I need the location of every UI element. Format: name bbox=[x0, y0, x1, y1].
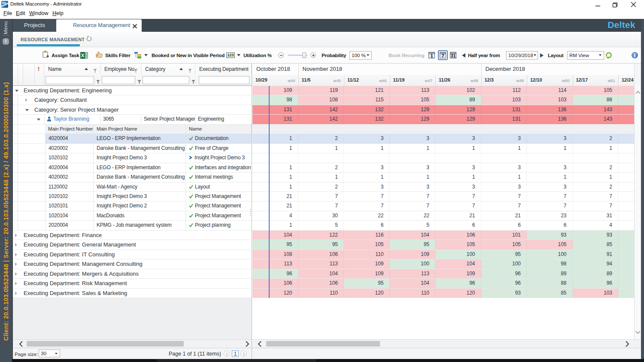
utilization-cell[interactable] bbox=[344, 153, 390, 162]
utilization-cell[interactable]: 129 bbox=[435, 115, 481, 124]
utilization-cell[interactable]: 22 bbox=[344, 211, 390, 220]
utilization-cell[interactable]: 109 bbox=[344, 269, 390, 278]
filter-funnel-icon[interactable] bbox=[191, 78, 195, 82]
menu-window[interactable]: Window bbox=[29, 10, 48, 16]
filter-input-executing-department[interactable] bbox=[199, 76, 249, 84]
utilization-cell[interactable]: 136 bbox=[527, 105, 573, 114]
utilization-cell[interactable]: 6 bbox=[435, 221, 481, 230]
week-header[interactable]: 12/3w49 bbox=[481, 75, 527, 86]
utilization-cell[interactable]: 86 bbox=[573, 95, 619, 104]
utilization-cell[interactable]: 104 bbox=[390, 279, 436, 288]
utilization-cell[interactable]: 113 bbox=[390, 269, 436, 278]
filter-input-category[interactable] bbox=[143, 76, 189, 84]
utilization-cell[interactable]: 120 bbox=[252, 289, 298, 298]
scroll-up-icon[interactable] bbox=[635, 91, 641, 94]
utilization-cell[interactable]: 104 bbox=[435, 259, 481, 268]
utilization-cell[interactable]: 22 bbox=[390, 211, 436, 220]
week-header[interactable]: 10/29w44 bbox=[252, 75, 298, 86]
hscroll-left-arrow-icon[interactable] bbox=[19, 341, 26, 347]
utilization-cell[interactable] bbox=[573, 125, 619, 134]
utilization-cell[interactable]: 23 bbox=[527, 211, 573, 220]
week-header[interactable]: 11/26w48 bbox=[435, 75, 481, 86]
utilization-cell[interactable]: 1 bbox=[481, 144, 527, 153]
utilization-cell[interactable] bbox=[435, 153, 481, 162]
utilization-cell[interactable]: 116 bbox=[344, 231, 390, 240]
utilization-cell[interactable]: 93 bbox=[573, 231, 619, 240]
utilization-cell[interactable] bbox=[618, 279, 634, 288]
utilization-cell[interactable]: 100 bbox=[481, 259, 527, 268]
utilization-cell[interactable]: 3 bbox=[344, 183, 390, 192]
utilization-cell[interactable]: 21 bbox=[481, 211, 527, 220]
left-hscrollbar[interactable] bbox=[13, 339, 252, 348]
utilization-cell[interactable]: 3 bbox=[527, 134, 573, 143]
utilization-cell[interactable]: 129 bbox=[390, 115, 436, 124]
group-row-department[interactable]: Executing Department: Risk Management bbox=[13, 279, 252, 288]
utilization-cell[interactable] bbox=[618, 192, 634, 201]
utilization-cell[interactable] bbox=[298, 153, 344, 162]
utilization-slider[interactable] bbox=[288, 47, 307, 63]
week-header[interactable]: 12/17w51 bbox=[573, 75, 619, 86]
person-row[interactable]: Taylor Branning3065Senior Project Manage… bbox=[13, 115, 252, 124]
utilization-cell[interactable]: 95 bbox=[390, 240, 436, 249]
utilization-cell[interactable]: 101 bbox=[481, 231, 527, 240]
utilization-cell[interactable]: 100 bbox=[527, 250, 573, 259]
utilization-cell[interactable]: 1 bbox=[481, 173, 527, 182]
utilization-cell[interactable] bbox=[481, 153, 527, 162]
utilization-cell[interactable]: 1 bbox=[435, 144, 481, 153]
utilization-cell[interactable]: 2 bbox=[573, 183, 619, 192]
utilization-cell[interactable]: 131 bbox=[252, 105, 298, 114]
utilization-cell[interactable] bbox=[344, 125, 390, 134]
utilization-cell[interactable] bbox=[618, 183, 634, 192]
zoom-out-icon[interactable] bbox=[278, 47, 284, 63]
utilization-cell[interactable]: 113 bbox=[390, 86, 436, 95]
utilization-cell[interactable]: 94 bbox=[573, 259, 619, 268]
utilization-cell[interactable]: 21 bbox=[252, 201, 298, 210]
project-task-row[interactable]: 1020104MacDonaldsProject Management bbox=[13, 211, 252, 221]
expand-icon[interactable] bbox=[15, 234, 17, 237]
utilization-cell[interactable] bbox=[481, 125, 527, 134]
zoom-in-icon[interactable] bbox=[310, 47, 316, 63]
utilization-cell[interactable]: 1 bbox=[252, 144, 298, 153]
utilization-cell[interactable]: 3 bbox=[435, 183, 481, 192]
week-header[interactable]: 11/12w46 bbox=[344, 75, 390, 86]
utilization-cell[interactable] bbox=[618, 86, 634, 95]
utilization-cell[interactable]: 142 bbox=[298, 105, 344, 114]
utilization-cell[interactable]: 103 bbox=[573, 289, 619, 298]
utilization-cell[interactable]: 105 bbox=[527, 240, 573, 249]
utilization-cell[interactable]: 7 bbox=[481, 201, 527, 210]
utilization-cell[interactable]: 93 bbox=[481, 289, 527, 298]
group-row-department[interactable]: Executing Department: Finance bbox=[13, 231, 252, 240]
project-task-row[interactable]: 2020004KPMG - Job management systemProje… bbox=[13, 221, 252, 230]
utilization-cell[interactable]: 3 bbox=[481, 183, 527, 192]
utilization-cell[interactable]: 1 bbox=[390, 144, 436, 153]
utilization-cell[interactable]: 105 bbox=[390, 95, 436, 104]
utilization-cell[interactable]: 132 bbox=[344, 115, 390, 124]
menu-help[interactable]: Help bbox=[52, 10, 64, 16]
utilization-cell[interactable] bbox=[618, 289, 634, 298]
person-name[interactable]: Taylor Branning bbox=[53, 116, 89, 122]
group-row-category[interactable]: Category: Senior Project Manager bbox=[13, 105, 252, 115]
group-row-department[interactable]: Executing Department: General Management bbox=[13, 240, 252, 249]
excel-export-icon[interactable]: X bbox=[80, 47, 88, 63]
utilization-cell[interactable]: 142 bbox=[298, 115, 344, 124]
utilization-cell[interactable] bbox=[618, 259, 634, 268]
grouping-icon[interactable] bbox=[134, 47, 142, 63]
next-period-icon[interactable] bbox=[540, 47, 544, 63]
vertical-scrollbar[interactable] bbox=[634, 64, 641, 339]
utilization-cell[interactable] bbox=[618, 115, 634, 124]
utilization-cell[interactable]: 3 bbox=[344, 134, 390, 143]
assign-task-button[interactable]: Assign Task bbox=[42, 47, 79, 63]
utilization-cell[interactable]: 102 bbox=[435, 86, 481, 95]
hscroll2-left-arrow-icon[interactable] bbox=[258, 341, 264, 347]
hscroll-right-arrow-icon[interactable] bbox=[245, 341, 252, 347]
group-row-department[interactable]: Executing Department: IT Consulting bbox=[13, 250, 252, 259]
utilization-cell[interactable]: 105 bbox=[435, 240, 481, 249]
utilization-cell[interactable]: 7 bbox=[481, 192, 527, 201]
utilization-cell[interactable]: 1 bbox=[344, 173, 390, 182]
filter-input-name[interactable] bbox=[46, 76, 94, 84]
utilization-cell[interactable]: 89 bbox=[435, 95, 481, 104]
page-size-dropdown[interactable]: 30 bbox=[39, 350, 60, 357]
refresh-icon[interactable] bbox=[605, 47, 613, 63]
utilization-cell[interactable]: 3 bbox=[435, 163, 481, 172]
week-header[interactable]: 11/5w45 bbox=[298, 75, 344, 86]
